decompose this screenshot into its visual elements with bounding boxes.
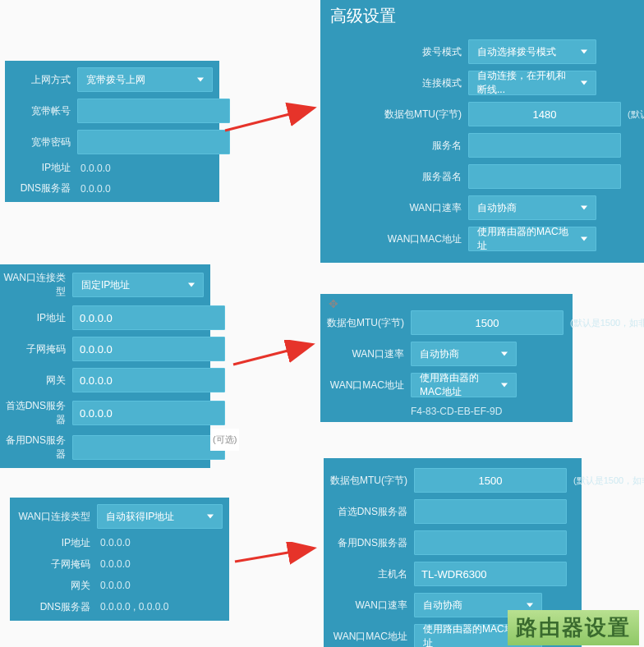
host-input[interactable] (414, 562, 567, 586)
account-input[interactable] (77, 99, 230, 123)
panel-pppoe-basic: 上网方式 宽带拨号上网 宽带帐号 宽带密码 IP地址 0.0.0.0 DNS服务… (5, 61, 219, 202)
chevron-down-icon (581, 206, 587, 210)
dial-mode-select[interactable]: 自动选择拨号模式 (468, 39, 596, 64)
account-label: 宽带帐号 (5, 104, 77, 118)
dns2-input[interactable] (72, 435, 225, 460)
panel-static-ip-advanced: 数据包MTU(字节) (默认是1500，如非必要，请勿修改) WAN口速率 自动… (320, 294, 573, 422)
ip-value: 0.0.0.0 (97, 537, 131, 548)
optional-hint: (可选) (210, 429, 239, 451)
chevron-down-icon (581, 81, 587, 85)
chevron-down-icon (501, 352, 508, 356)
mask-label: 子网掩码 (10, 558, 97, 571)
wan-rate-label: WAN口速率 (320, 201, 468, 215)
panel-dhcp: WAN口连接类型 自动获得IP地址 IP地址 0.0.0.0 子网掩码 0.0.… (10, 498, 229, 621)
mtu-hint: (默认是1480，如非必要，请勿修改) (628, 108, 644, 121)
mtu-hint: (默认是1500，如非必要，请勿修改) (570, 317, 644, 329)
chevron-down-icon (527, 603, 533, 608)
dns2-label: 备用DNS服务器 (324, 536, 414, 550)
wan-mac-label: WAN口MAC地址 (320, 232, 468, 246)
dns-label: DNS服务器 (10, 600, 97, 614)
wan-mac-select[interactable]: 使用路由器的MAC地址 (411, 373, 517, 397)
method-label: 上网方式 (5, 73, 77, 87)
chevron-down-icon (581, 50, 587, 54)
panel-pppoe-advanced: 拨号模式 自动选择拨号模式 连接模式 自动连接，在开机和断线... 数据包MTU… (320, 28, 644, 263)
ip-value: 0.0.0.0 (77, 163, 111, 174)
method-select[interactable]: 宽带拨号上网 (77, 67, 213, 92)
password-input[interactable] (77, 130, 230, 154)
dns-label: DNS服务器 (5, 181, 77, 195)
gateway-input[interactable] (72, 368, 225, 392)
chevron-down-icon (207, 515, 214, 519)
conn-type-label: WAN口连接类型 (0, 271, 72, 299)
gateway-label: 网关 (10, 579, 97, 593)
wan-rate-label: WAN口速率 (320, 347, 411, 361)
panel-static-ip: WAN口连接类型 固定IP地址 IP地址 子网掩码 网关 首选DNS服务器 备用… (0, 264, 210, 468)
wan-mac-select[interactable]: 使用路由器的MAC地址 (468, 227, 596, 251)
watermark: 路由器设置 (508, 610, 639, 645)
mask-value: 0.0.0.0 (97, 558, 131, 570)
mtu-label: 数据包MTU(字节) (324, 474, 414, 488)
wan-mac-label: WAN口MAC地址 (324, 630, 414, 644)
dns2-input[interactable] (414, 530, 567, 555)
chevron-down-icon (197, 78, 204, 82)
mtu-label: 数据包MTU(字节) (320, 108, 468, 122)
dns1-label: 首选DNS服务器 (324, 505, 414, 519)
conn-mode-select[interactable]: 自动连接，在开机和断线... (468, 71, 596, 95)
service-label: 服务名 (320, 139, 468, 153)
conn-type-select[interactable]: 自动获得IP地址 (97, 504, 223, 529)
mask-label: 子网掩码 (0, 342, 72, 356)
mtu-hint: (默认是1500，如非必要，请勿修改) (573, 475, 644, 487)
conn-mode-label: 连接模式 (320, 76, 468, 90)
arrow-icon (232, 340, 319, 368)
server-label: 服务器名 (320, 170, 468, 184)
move-icon: ✥ (329, 297, 338, 310)
chevron-down-icon (188, 283, 195, 287)
gateway-value: 0.0.0.0 (97, 580, 131, 591)
mask-input[interactable] (72, 337, 225, 361)
dns2-label: 备用DNS服务器 (0, 434, 72, 461)
svg-line-1 (225, 108, 312, 131)
svg-line-3 (233, 345, 310, 365)
mtu-input[interactable] (414, 468, 567, 493)
mtu-input[interactable] (468, 102, 621, 126)
dns1-input[interactable] (414, 499, 567, 524)
server-input[interactable] (468, 164, 621, 189)
dns1-label: 首选DNS服务器 (0, 399, 72, 427)
dns-value: 0.0.0.0 , 0.0.0.0 (97, 601, 168, 613)
wan-rate-label: WAN口速率 (324, 599, 414, 613)
chevron-down-icon (581, 237, 587, 241)
arrow-icon (233, 542, 320, 567)
service-input[interactable] (468, 133, 621, 158)
ip-label: IP地址 (10, 536, 97, 550)
wan-mac-label: WAN口MAC地址 (320, 379, 411, 392)
dns1-input[interactable] (72, 401, 225, 425)
mtu-label: 数据包MTU(字节) (320, 316, 411, 330)
dial-mode-label: 拨号模式 (320, 45, 468, 59)
svg-line-5 (235, 548, 312, 562)
wan-rate-select[interactable]: 自动协商 (468, 195, 596, 220)
wan-rate-select[interactable]: 自动协商 (411, 342, 517, 366)
ip-label: IP地址 (5, 161, 77, 175)
conn-type-select[interactable]: 固定IP地址 (72, 273, 204, 297)
mac-display: F4-83-CD-EB-EF-9D (320, 401, 573, 419)
password-label: 宽带密码 (5, 135, 77, 149)
gateway-label: 网关 (0, 374, 72, 388)
host-label: 主机名 (324, 567, 414, 581)
dns-value: 0.0.0.0 (77, 183, 111, 195)
arrow-icon (223, 102, 322, 135)
chevron-down-icon (501, 383, 508, 388)
conn-type-label: WAN口连接类型 (10, 510, 97, 524)
ip-input[interactable] (72, 305, 225, 330)
mtu-input[interactable] (411, 310, 564, 335)
ip-label: IP地址 (0, 311, 72, 325)
